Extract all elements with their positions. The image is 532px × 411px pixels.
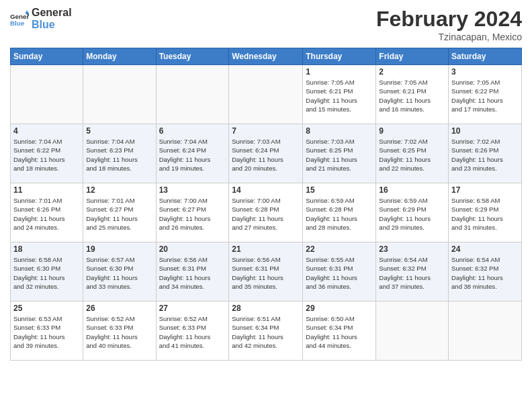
calendar-cell: 19Sunrise: 6:57 AM Sunset: 6:30 PM Dayli… (83, 242, 156, 302)
day-info: Sunrise: 7:00 AM Sunset: 6:28 PM Dayligh… (232, 196, 300, 232)
day-number: 11 (13, 185, 80, 195)
day-info: Sunrise: 6:55 AM Sunset: 6:31 PM Dayligh… (306, 255, 373, 291)
day-info: Sunrise: 6:59 AM Sunset: 6:28 PM Dayligh… (306, 196, 373, 232)
weekday-sunday: Sunday (11, 48, 83, 65)
week-row-5: 25Sunrise: 6:53 AM Sunset: 6:33 PM Dayli… (11, 302, 522, 361)
day-info: Sunrise: 7:03 AM Sunset: 6:24 PM Dayligh… (232, 137, 300, 173)
day-info: Sunrise: 6:59 AM Sunset: 6:29 PM Dayligh… (379, 196, 445, 232)
day-number: 15 (306, 185, 373, 195)
weekday-saturday: Saturday (449, 48, 522, 65)
day-info: Sunrise: 7:05 AM Sunset: 6:21 PM Dayligh… (379, 78, 445, 113)
calendar-cell: 3Sunrise: 7:05 AM Sunset: 6:22 PM Daylig… (449, 65, 522, 124)
day-number: 1 (306, 67, 373, 77)
day-info: Sunrise: 7:04 AM Sunset: 6:22 PM Dayligh… (13, 137, 80, 173)
weekday-wednesday: Wednesday (229, 48, 303, 65)
calendar-cell: 26Sunrise: 6:52 AM Sunset: 6:33 PM Dayli… (83, 302, 156, 361)
day-info: Sunrise: 6:54 AM Sunset: 6:32 PM Dayligh… (379, 255, 445, 291)
week-row-1: 1Sunrise: 7:05 AM Sunset: 6:21 PM Daylig… (11, 65, 522, 124)
calendar-cell (229, 65, 303, 124)
weekday-thursday: Thursday (303, 48, 376, 65)
location: Tzinacapan, Mexico (376, 32, 522, 42)
day-info: Sunrise: 6:53 AM Sunset: 6:33 PM Dayligh… (13, 314, 80, 350)
day-number: 17 (451, 185, 519, 195)
calendar-cell: 24Sunrise: 6:54 AM Sunset: 6:32 PM Dayli… (449, 242, 522, 302)
day-number: 5 (86, 126, 152, 136)
calendar-cell: 12Sunrise: 7:01 AM Sunset: 6:27 PM Dayli… (83, 183, 156, 242)
calendar-cell: 4Sunrise: 7:04 AM Sunset: 6:22 PM Daylig… (11, 124, 83, 183)
day-info: Sunrise: 7:04 AM Sunset: 6:23 PM Dayligh… (86, 137, 152, 173)
calendar-cell: 7Sunrise: 7:03 AM Sunset: 6:24 PM Daylig… (229, 124, 303, 183)
calendar-cell (11, 65, 83, 124)
day-info: Sunrise: 6:58 AM Sunset: 6:29 PM Dayligh… (451, 196, 519, 232)
page: General Blue General Blue February 2024 … (0, 0, 532, 411)
header: General Blue General Blue February 2024 … (10, 7, 522, 42)
calendar-cell: 11Sunrise: 7:01 AM Sunset: 6:26 PM Dayli… (11, 183, 83, 242)
weekday-tuesday: Tuesday (156, 48, 229, 65)
day-number: 4 (13, 126, 80, 136)
day-number: 13 (159, 185, 226, 195)
calendar-table: SundayMondayTuesdayWednesdayThursdayFrid… (10, 48, 522, 361)
weekday-friday: Friday (376, 48, 449, 65)
calendar-cell: 21Sunrise: 6:56 AM Sunset: 6:31 PM Dayli… (229, 242, 303, 302)
calendar-cell: 8Sunrise: 7:03 AM Sunset: 6:25 PM Daylig… (303, 124, 376, 183)
day-number: 10 (451, 126, 519, 136)
calendar-cell (376, 302, 449, 361)
week-row-2: 4Sunrise: 7:04 AM Sunset: 6:22 PM Daylig… (11, 124, 522, 183)
day-info: Sunrise: 6:57 AM Sunset: 6:30 PM Dayligh… (86, 255, 152, 291)
day-info: Sunrise: 7:05 AM Sunset: 6:22 PM Dayligh… (451, 78, 519, 113)
svg-marker-2 (25, 10, 29, 13)
day-info: Sunrise: 6:52 AM Sunset: 6:33 PM Dayligh… (86, 314, 152, 350)
calendar-cell (156, 65, 229, 124)
day-info: Sunrise: 7:01 AM Sunset: 6:27 PM Dayligh… (86, 196, 152, 232)
day-number: 8 (306, 126, 373, 136)
day-number: 21 (232, 244, 300, 254)
day-number: 3 (451, 67, 519, 77)
day-number: 14 (232, 185, 300, 195)
calendar-cell: 22Sunrise: 6:55 AM Sunset: 6:31 PM Dayli… (303, 242, 376, 302)
calendar-cell: 2Sunrise: 7:05 AM Sunset: 6:21 PM Daylig… (376, 65, 449, 124)
day-info: Sunrise: 6:50 AM Sunset: 6:34 PM Dayligh… (306, 314, 373, 350)
day-info: Sunrise: 6:58 AM Sunset: 6:30 PM Dayligh… (13, 255, 80, 291)
day-info: Sunrise: 6:51 AM Sunset: 6:34 PM Dayligh… (232, 314, 300, 350)
calendar-cell: 5Sunrise: 7:04 AM Sunset: 6:23 PM Daylig… (83, 124, 156, 183)
logo-icon: General Blue (10, 9, 29, 28)
day-info: Sunrise: 6:52 AM Sunset: 6:33 PM Dayligh… (159, 314, 226, 350)
logo-general: General (32, 7, 72, 19)
day-info: Sunrise: 6:54 AM Sunset: 6:32 PM Dayligh… (451, 255, 519, 291)
day-info: Sunrise: 7:01 AM Sunset: 6:26 PM Dayligh… (13, 196, 80, 232)
calendar-cell (449, 302, 522, 361)
calendar-cell: 9Sunrise: 7:02 AM Sunset: 6:25 PM Daylig… (376, 124, 449, 183)
calendar-cell: 18Sunrise: 6:58 AM Sunset: 6:30 PM Dayli… (11, 242, 83, 302)
day-info: Sunrise: 7:05 AM Sunset: 6:21 PM Dayligh… (306, 78, 373, 113)
day-info: Sunrise: 7:03 AM Sunset: 6:25 PM Dayligh… (306, 137, 373, 173)
calendar-cell (83, 65, 156, 124)
calendar-cell: 25Sunrise: 6:53 AM Sunset: 6:33 PM Dayli… (11, 302, 83, 361)
day-number: 29 (306, 304, 373, 313)
week-row-4: 18Sunrise: 6:58 AM Sunset: 6:30 PM Dayli… (11, 242, 522, 302)
day-number: 12 (86, 185, 152, 195)
calendar-cell: 23Sunrise: 6:54 AM Sunset: 6:32 PM Dayli… (376, 242, 449, 302)
weekday-monday: Monday (83, 48, 156, 65)
svg-text:Blue: Blue (10, 19, 25, 27)
day-info: Sunrise: 7:02 AM Sunset: 6:26 PM Dayligh… (451, 137, 519, 173)
day-number: 18 (13, 244, 80, 254)
weekday-header-row: SundayMondayTuesdayWednesdayThursdayFrid… (11, 48, 522, 65)
day-number: 19 (86, 244, 152, 254)
week-row-3: 11Sunrise: 7:01 AM Sunset: 6:26 PM Dayli… (11, 183, 522, 242)
calendar-cell: 13Sunrise: 7:00 AM Sunset: 6:27 PM Dayli… (156, 183, 229, 242)
day-info: Sunrise: 7:02 AM Sunset: 6:25 PM Dayligh… (379, 137, 445, 173)
day-number: 16 (379, 185, 445, 195)
calendar-cell: 15Sunrise: 6:59 AM Sunset: 6:28 PM Dayli… (303, 183, 376, 242)
title-area: February 2024 Tzinacapan, Mexico (376, 7, 522, 42)
month-year: February 2024 (376, 7, 522, 32)
calendar-cell: 10Sunrise: 7:02 AM Sunset: 6:26 PM Dayli… (449, 124, 522, 183)
calendar-cell: 17Sunrise: 6:58 AM Sunset: 6:29 PM Dayli… (449, 183, 522, 242)
day-number: 25 (13, 304, 80, 313)
calendar-cell: 20Sunrise: 6:56 AM Sunset: 6:31 PM Dayli… (156, 242, 229, 302)
logo-blue: Blue (32, 19, 72, 31)
day-number: 23 (379, 244, 445, 254)
day-number: 28 (232, 304, 300, 313)
day-number: 2 (379, 67, 445, 77)
day-number: 20 (159, 244, 226, 254)
calendar-cell: 14Sunrise: 7:00 AM Sunset: 6:28 PM Dayli… (229, 183, 303, 242)
